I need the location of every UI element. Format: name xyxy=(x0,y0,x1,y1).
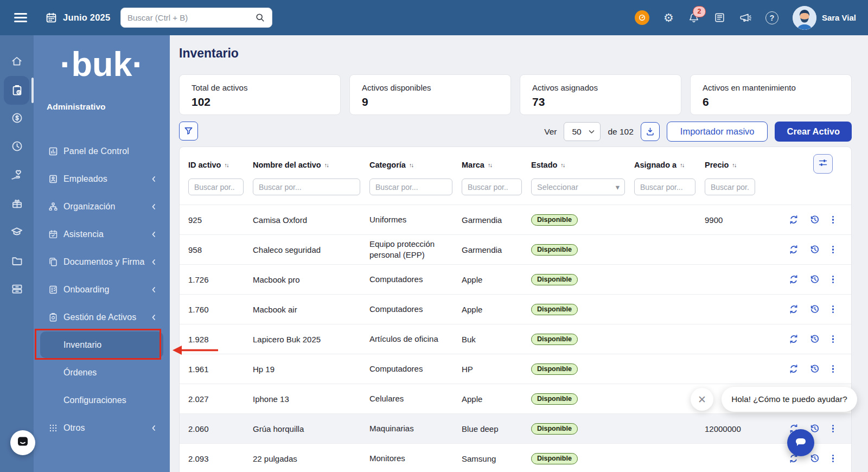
assign-sync-icon[interactable] xyxy=(789,334,799,344)
history-icon[interactable] xyxy=(810,334,820,344)
storage-icon[interactable] xyxy=(9,281,24,296)
table-row[interactable]: 2.060 Grúa horquilla Maquinarias Blue de… xyxy=(180,413,851,443)
importador-masivo-button[interactable]: Importador masivo xyxy=(667,122,768,142)
filter-marca-input[interactable] xyxy=(462,178,522,195)
chat-close-button[interactable]: ✕ xyxy=(691,388,713,411)
crear-activo-button[interactable]: Crear Activo xyxy=(775,122,852,142)
col-header-categoria[interactable]: Categoría↑↓ xyxy=(369,161,462,169)
sidebar-item-gestion-de-activos[interactable]: Gestión de Activos xyxy=(34,303,170,331)
megaphone-icon[interactable] xyxy=(739,12,751,24)
menu-icon[interactable] xyxy=(14,11,27,25)
history-icon[interactable] xyxy=(810,304,820,314)
row-menu-icon[interactable] xyxy=(831,364,835,374)
sidebar-item-empleados[interactable]: Empleados xyxy=(34,165,170,193)
home-icon[interactable] xyxy=(9,54,24,69)
time-icon[interactable] xyxy=(9,138,24,154)
bell-icon[interactable]: 2 xyxy=(688,12,700,24)
sidebar-item-onboarding[interactable]: Onboarding xyxy=(34,276,170,303)
row-menu-icon[interactable] xyxy=(831,424,835,434)
sidebar-item-otros[interactable]: Otros xyxy=(34,414,170,442)
col-header-nombre[interactable]: Nombre del activo↑↓ xyxy=(253,161,369,169)
filter-precio-input[interactable] xyxy=(705,178,755,195)
stat-activos-mantenimiento: Activos en mantenimiento 6 xyxy=(690,74,852,115)
sort-icon[interactable]: ↑↓ xyxy=(732,162,736,168)
filter-id-input[interactable] xyxy=(188,178,244,195)
user-menu[interactable]: Sara Vial xyxy=(793,6,856,30)
row-menu-icon[interactable] xyxy=(831,275,835,285)
download-button[interactable] xyxy=(641,122,660,141)
sort-icon[interactable]: ↑↓ xyxy=(409,162,413,168)
column-settings-button[interactable] xyxy=(813,154,833,174)
table-row[interactable]: 2.093 22 pulgadas Monitores Samsung Disp… xyxy=(180,443,851,472)
calendar-icon[interactable] xyxy=(46,12,57,23)
asset-clipboard-icon[interactable] xyxy=(9,82,24,98)
filter-button[interactable] xyxy=(179,122,198,141)
benefits-box-icon[interactable] xyxy=(9,196,24,211)
folders-icon[interactable] xyxy=(9,253,24,268)
sort-icon[interactable]: ↑↓ xyxy=(488,162,492,168)
sidebar-item-panel-de-control[interactable]: Panel de Control xyxy=(34,137,170,165)
table-row[interactable]: 1.760 Macbook air Computadores Apple Dis… xyxy=(180,294,851,324)
table-row[interactable]: 1.961 Hp 19 Computadores HP Disponible xyxy=(180,354,851,384)
sidebar-item-configuraciones[interactable]: Configuraciones xyxy=(34,386,170,414)
sidebar-item-inventario[interactable]: Inventario xyxy=(40,331,163,358)
col-header-asignado[interactable]: Asignado a↑↓ xyxy=(634,161,705,169)
history-icon[interactable] xyxy=(810,275,820,284)
current-month[interactable]: Junio 2025 xyxy=(63,12,110,23)
news-icon[interactable] xyxy=(714,12,725,23)
chat-fab-button[interactable] xyxy=(787,429,814,456)
assign-sync-icon[interactable] xyxy=(789,304,799,314)
chat-bubble-icon xyxy=(794,435,808,451)
sort-icon[interactable]: ↑↓ xyxy=(680,162,684,168)
history-icon[interactable] xyxy=(810,424,820,433)
chevron-left-icon xyxy=(151,259,156,265)
history-icon[interactable] xyxy=(810,215,820,225)
filter-estado-select[interactable]: Seleccionar▾ xyxy=(531,178,625,195)
row-menu-icon[interactable] xyxy=(831,215,835,225)
assign-sync-icon[interactable] xyxy=(789,364,799,374)
sort-icon[interactable]: ↑↓ xyxy=(560,162,565,168)
sidebar-item-ordenes[interactable]: Órdenes xyxy=(34,359,170,386)
search-input[interactable] xyxy=(127,13,255,22)
filter-nombre-input[interactable] xyxy=(253,178,360,195)
help-launcher-button[interactable] xyxy=(10,430,35,455)
benefits-hand-icon[interactable] xyxy=(9,168,24,183)
page-size-select[interactable]: 50 xyxy=(564,122,601,141)
payments-icon[interactable] xyxy=(9,110,24,125)
support-gauge-icon[interactable] xyxy=(635,10,649,25)
sidebar-item-documentos-y-firma[interactable]: Documentos y Firma xyxy=(34,248,170,276)
table-row[interactable]: 958 Chaleco seguridad Equipo protección … xyxy=(180,234,851,264)
sidebar-nav: Panel de Control Empleados Organización … xyxy=(34,137,170,442)
filter-categoria-input[interactable] xyxy=(369,178,452,195)
history-icon[interactable] xyxy=(810,454,820,463)
assign-sync-icon[interactable] xyxy=(789,245,799,254)
history-icon[interactable] xyxy=(810,364,820,374)
col-header-precio[interactable]: Precio↑↓ xyxy=(705,161,764,169)
table-row[interactable]: 925 Camisa Oxford Uniformes Garmendia Di… xyxy=(180,205,851,234)
row-menu-icon[interactable] xyxy=(831,245,835,255)
sort-icon[interactable]: ↑↓ xyxy=(324,162,329,168)
row-menu-icon[interactable] xyxy=(831,304,835,315)
chat-greeting-bubble[interactable]: Hola! ¿Cómo te puedo ayudar? xyxy=(722,387,857,412)
col-header-estado[interactable]: Estado↑↓ xyxy=(531,161,634,169)
table-row[interactable]: 1.928 Lapicero Buk 2025 Artículos de ofi… xyxy=(180,324,851,354)
global-search[interactable] xyxy=(120,8,272,28)
history-icon[interactable] xyxy=(810,245,820,254)
gear-icon[interactable]: ⚙ xyxy=(663,12,674,23)
stat-total-activos: Total de activos 102 xyxy=(179,74,341,115)
sort-icon[interactable]: ↑↓ xyxy=(224,162,228,168)
help-icon[interactable]: ? xyxy=(765,11,778,24)
filter-asignado-input[interactable] xyxy=(634,178,695,195)
sidebar-item-organizacion[interactable]: Organización xyxy=(34,193,170,220)
stat-cards: Total de activos 102 Activos disponibles… xyxy=(179,74,852,115)
table-row[interactable]: 1.726 Macbook pro Computadores Apple Dis… xyxy=(180,264,851,294)
row-menu-icon[interactable] xyxy=(831,454,835,464)
row-menu-icon[interactable] xyxy=(831,334,835,345)
sidebar-item-asistencia[interactable]: Asistencia xyxy=(34,220,170,248)
training-icon[interactable] xyxy=(9,224,24,239)
assign-sync-icon[interactable] xyxy=(789,275,799,284)
assign-sync-icon[interactable] xyxy=(789,215,799,225)
col-header-id[interactable]: ID activo↑↓ xyxy=(188,161,253,169)
col-header-marca[interactable]: Marca↑↓ xyxy=(462,161,531,169)
funnel-icon xyxy=(184,126,193,136)
